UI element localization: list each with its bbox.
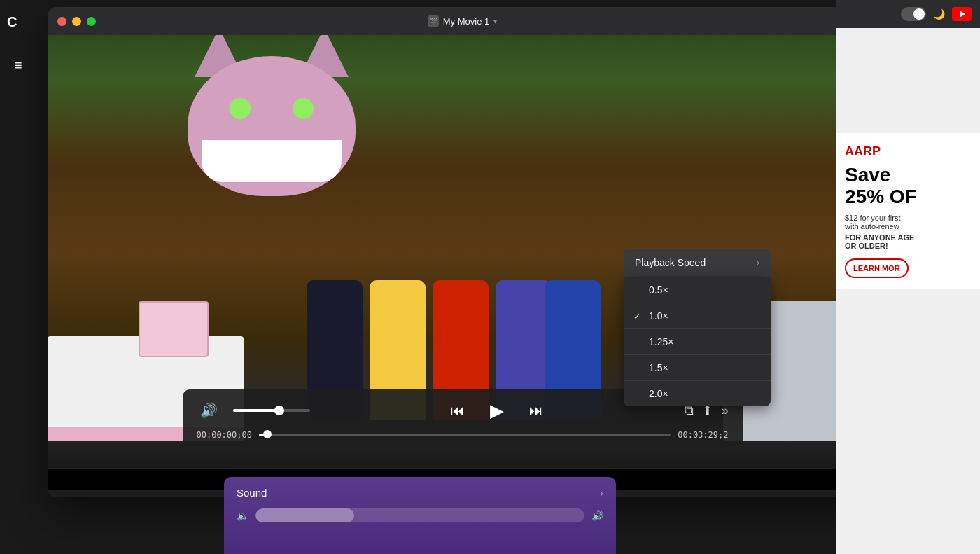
cat-smile — [202, 140, 342, 182]
traffic-lights — [57, 17, 96, 26]
sound-right-icon: 🔊 — [592, 510, 603, 521]
speed-option-20[interactable]: 2.0× — [624, 381, 771, 406]
controls-center: ⏮ ▶ ⏭ — [321, 398, 674, 423]
moon-icon: 🌙 — [933, 8, 945, 20]
speed-option-125[interactable]: 1.25× — [624, 329, 771, 355]
toggle-track — [901, 7, 926, 21]
ad-banner: AARP Save25% OF $12 for your firstwith a… — [836, 133, 980, 289]
volume-knob — [274, 406, 284, 415]
sound-label: Sound — [237, 487, 267, 499]
playback-speed-label: Playback Speed — [635, 257, 706, 268]
playback-speed-header[interactable]: Playback Speed › — [624, 249, 771, 277]
youtube-play-icon — [960, 11, 965, 18]
cat-eye-left — [230, 98, 251, 119]
controls-timeline: 00:00:00;00 00:03:29;2 — [197, 430, 729, 440]
sound-vol-icon: 🔈 — [237, 510, 248, 521]
youtube-button[interactable] — [952, 7, 972, 21]
browser-right: 🌙 AARP Save25% OF $12 for your firstwith… — [836, 0, 980, 554]
ad-brand: AARP — [845, 144, 972, 159]
progress-bar[interactable] — [259, 434, 671, 436]
sound-slider[interactable] — [255, 508, 584, 522]
volume-button[interactable]: 🔊 — [197, 398, 222, 423]
sound-slider-fill — [255, 508, 354, 522]
minimize-button[interactable] — [72, 17, 81, 26]
fastforward-button[interactable]: ⏭ — [524, 398, 549, 423]
time-total: 00:03:29;2 — [678, 430, 728, 440]
title-chevron[interactable]: ▾ — [493, 18, 497, 25]
movie-icon: 🎬 — [428, 15, 439, 27]
cat-head — [188, 56, 356, 196]
bottom-panel: Sound › 🔈 🔊 — [224, 477, 616, 554]
sound-arrow: › — [600, 487, 603, 499]
rewind-button[interactable]: ⏮ — [445, 398, 470, 423]
ad-subtext: $12 for your firstwith auto-renew — [845, 214, 972, 230]
playback-speed-menu: Playback Speed › 0.5× 1.0× 1.25× 1.5× 2.… — [624, 249, 771, 406]
fullscreen-button[interactable] — [87, 17, 96, 26]
sound-slider-row: 🔈 🔊 — [224, 508, 616, 522]
time-current: 00:00:00;00 — [197, 430, 252, 440]
volume-slider[interactable] — [233, 409, 310, 412]
toggle-knob — [913, 8, 925, 20]
sound-row[interactable]: Sound › — [224, 477, 616, 508]
theme-toggle[interactable] — [901, 7, 926, 21]
app-logo: C — [7, 14, 17, 30]
main-window: 🎬 My Movie 1 ▾ — [48, 7, 877, 497]
play-button[interactable]: ▶ — [484, 398, 510, 423]
playback-speed-chevron: › — [757, 258, 760, 268]
ad-age-text: FOR ANYONE AGEOR OLDER! — [845, 233, 972, 250]
speed-option-10[interactable]: 1.0× — [624, 303, 771, 329]
progress-knob — [263, 430, 272, 438]
titlebar: 🎬 My Movie 1 ▾ — [48, 7, 877, 35]
close-button[interactable] — [57, 17, 66, 26]
video-area: 🔊 ⏮ ▶ ⏭ ⧉ ⬆ » — [48, 35, 877, 490]
cat-eye-right — [293, 98, 314, 119]
playback-options-list: 0.5× 1.0× 1.25× 1.5× 2.0× — [624, 277, 771, 406]
volume-fill — [233, 409, 279, 412]
window-title: 🎬 My Movie 1 ▾ — [428, 15, 497, 27]
speed-option-05[interactable]: 0.5× — [624, 277, 771, 303]
menu-icon[interactable]: ≡ — [14, 57, 22, 74]
browser-right-header: 🌙 — [836, 0, 980, 28]
speed-option-15[interactable]: 1.5× — [624, 355, 771, 381]
ad-headline: Save25% OF — [845, 165, 972, 208]
ad-cta-button[interactable]: LEARN MOR — [845, 258, 909, 278]
